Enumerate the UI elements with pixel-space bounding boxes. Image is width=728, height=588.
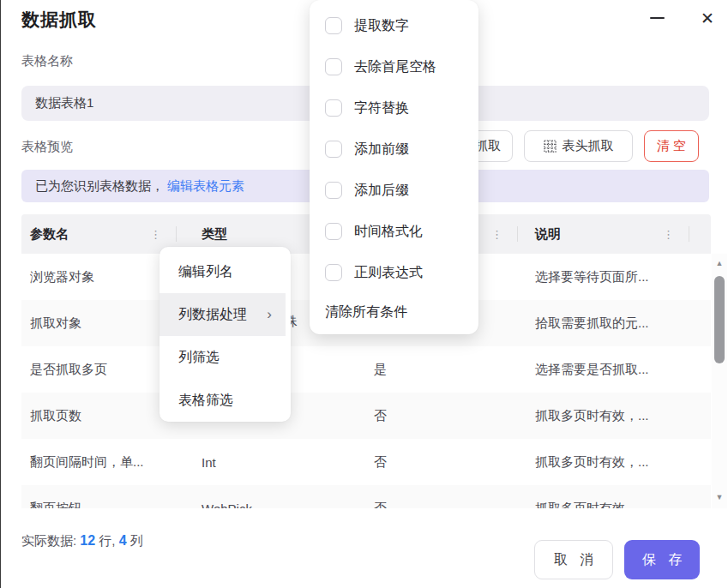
column-menu-icon[interactable]: ⋮ <box>150 229 161 240</box>
save-button[interactable]: 保 存 <box>624 540 700 579</box>
column-header-description: 说明 ⋮ <box>518 214 689 254</box>
table-row: 是否抓取多页 是 选择需要是否抓取... <box>21 346 711 393</box>
actual-data-stats: 实际数据: 12 行, 4 列 <box>21 533 143 549</box>
menu-item-edit-column-name[interactable]: 编辑列名 <box>159 250 291 293</box>
submenu-item-extract-number[interactable]: 提取数字 <box>310 5 478 46</box>
submenu-item-add-prefix[interactable]: 添加前缀 <box>310 129 478 170</box>
grid-icon <box>544 140 557 153</box>
cancel-button[interactable]: 取 消 <box>534 540 613 579</box>
scrollbar-thumb[interactable] <box>714 276 725 363</box>
checkbox[interactable] <box>325 182 342 199</box>
column-menu-icon[interactable]: ⋮ <box>663 229 674 240</box>
submenu-item-add-suffix[interactable]: 添加后缀 <box>310 170 478 211</box>
row-count: 12 <box>80 533 95 548</box>
submenu-item-time-format[interactable]: 时间格式化 <box>310 211 478 252</box>
header-capture-label: 表头抓取 <box>563 138 614 154</box>
data-processing-submenu: 提取数字 去除首尾空格 字符替换 添加前缀 添加后缀 时间格式化 正则表达式 清… <box>310 0 478 334</box>
checkbox[interactable] <box>325 17 342 34</box>
col-count: 4 <box>119 533 127 548</box>
checkbox[interactable] <box>325 223 342 240</box>
table-name-label: 表格名称 <box>21 53 73 69</box>
edit-table-elements-link[interactable]: 编辑表格元素 <box>167 178 244 195</box>
data-capture-dialog: 数据抓取 ✕ 表格名称 表格预览 抓取 表头抓取 清空 已为您识别表格数据， 编… <box>0 0 728 588</box>
table-row: 翻页按钮 WebPick 否 抓取多页时有效... <box>21 485 711 508</box>
submenu-item-regex[interactable]: 正则表达式 <box>310 252 478 293</box>
table-preview-label: 表格预览 <box>21 139 73 155</box>
checkbox[interactable] <box>325 58 342 75</box>
column-context-menu: 编辑列名 列数据处理 › 列筛选 表格筛选 <box>159 247 291 422</box>
close-button[interactable]: ✕ <box>698 9 717 27</box>
submenu-clear-all-conditions[interactable]: 清除所有条件 <box>310 293 478 331</box>
submenu-item-trim-spaces[interactable]: 去除首尾空格 <box>310 46 478 87</box>
info-text: 已为您识别表格数据， <box>35 178 164 195</box>
table-row: 翻页间隔时间，单... Int 否 抓取多页时有效，... <box>21 439 711 485</box>
minimize-button[interactable] <box>647 9 666 27</box>
menu-item-column-data-processing[interactable]: 列数据处理 › <box>159 293 286 336</box>
table-row: 抓取页数 Int 否 抓取多页时有效，... <box>21 393 711 439</box>
submenu-item-replace-chars[interactable]: 字符替换 <box>310 87 478 129</box>
menu-item-column-filter[interactable]: 列筛选 <box>159 336 291 379</box>
checkbox[interactable] <box>325 99 342 117</box>
table-scrollbar[interactable]: ▲ ▼ <box>712 254 727 508</box>
checkbox[interactable] <box>325 141 342 158</box>
chevron-right-icon: › <box>267 306 272 323</box>
header-capture-button[interactable]: 表头抓取 <box>524 130 633 162</box>
clear-button[interactable]: 清空 <box>644 130 699 162</box>
menu-item-table-filter[interactable]: 表格筛选 <box>159 379 291 422</box>
checkbox[interactable] <box>325 264 342 281</box>
scroll-up-icon[interactable]: ▲ <box>712 257 727 269</box>
column-menu-icon[interactable]: ⋮ <box>491 229 502 240</box>
scroll-down-icon[interactable]: ▼ <box>712 491 727 503</box>
column-header-stub <box>689 214 711 254</box>
column-header-param-name: 参数名 ⋮ <box>21 214 177 254</box>
minimize-icon <box>650 17 665 20</box>
page-title: 数据抓取 <box>21 8 97 32</box>
